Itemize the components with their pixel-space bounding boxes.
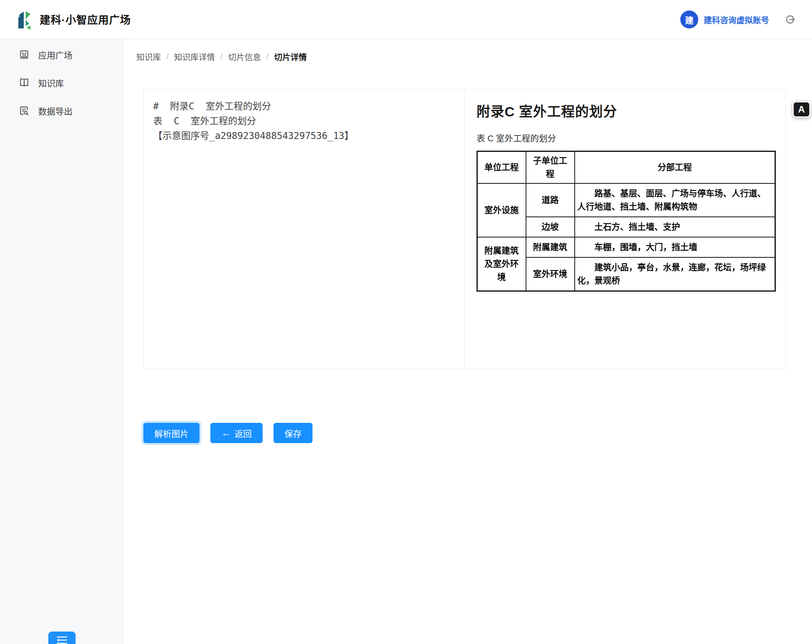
slice-markdown-editor[interactable]: # 附录C 室外工程的划分 表 C 室外工程的划分 【示意图序号_a298923…	[144, 90, 465, 369]
breadcrumb-kb-detail[interactable]: 知识库详情	[174, 51, 215, 62]
breadcrumb-knowledge-base[interactable]: 知识库	[136, 51, 161, 62]
editor-line: # 附录C 室外工程的划分	[153, 99, 455, 114]
cell-sub-unit: 道路	[526, 183, 575, 217]
header-cell-unit: 单位工程	[477, 151, 526, 184]
breadcrumb: 知识库 / 知识库详情 / 切片信息 / 切片详情	[124, 39, 812, 62]
editor-line: 表 C 室外工程的划分	[153, 114, 455, 128]
header-cell-sub-unit: 子单位工程	[526, 151, 575, 184]
parse-image-button[interactable]: 解析图片	[143, 423, 199, 443]
table-header-row: 单位工程 子单位工程 分部工程	[477, 151, 775, 184]
breadcrumb-separator: /	[267, 52, 269, 61]
breadcrumb-separator: /	[166, 52, 169, 61]
cell-parts: 车棚，围墙，大门，挡土墙	[575, 237, 775, 257]
scanned-table-image: 单位工程 子单位工程 分部工程 室外设施 道路 路基、基层、面层、广场与停车场、…	[477, 151, 776, 292]
account-menu[interactable]: 建 建科咨询虚拟账号	[680, 11, 769, 28]
header-cell-division: 分部工程	[575, 151, 775, 184]
cell-sub-unit: 边坡	[526, 217, 575, 237]
action-bar: 解析图片 ← 返回 保存	[143, 423, 312, 443]
table-row: 室外设施 道路 路基、基层、面层、广场与停车场、人行道、人行地道、挡土墙、附属构…	[477, 183, 775, 217]
sidebar-item-label: 数据导出	[38, 104, 72, 117]
app-header: 建科·小智应用广场 建 建科咨询虚拟账号	[0, 0, 812, 39]
slice-detail-panel: # 附录C 室外工程的划分 表 C 室外工程的划分 【示意图序号_a298923…	[143, 89, 786, 369]
cell-sub-unit: 室外环境	[526, 257, 575, 291]
cell-parts-text: 土石方、挡土墙、支护	[577, 220, 771, 234]
file-search-icon	[19, 105, 30, 116]
arrow-left-icon: ←	[221, 428, 231, 438]
editor-line: 【示意图序号_a2989230488543297536_13】	[153, 128, 455, 143]
cell-unit: 室外设施	[477, 183, 526, 237]
book-icon	[19, 77, 30, 88]
sidebar: 应用广场 知识库 数据导出	[0, 39, 124, 644]
header-right: 建 建科咨询虚拟账号	[680, 11, 796, 28]
cell-parts-text: 车棚，围墙，大门，挡土墙	[577, 241, 771, 254]
sidebar-item-data-export[interactable]: 数据导出	[0, 98, 124, 123]
slice-preview: 附录C 室外工程的划分 表 C 室外工程的划分 单位工程 子单位工程 分部工程 …	[465, 90, 786, 369]
cell-parts: 建筑小品，亭台，水景，连廊，花坛，场坪绿化，景观桥	[575, 257, 775, 291]
logout-icon[interactable]	[785, 14, 796, 25]
app-title: 建科·小智应用广场	[40, 12, 131, 27]
sidebar-item-label: 知识库	[38, 76, 64, 89]
sidebar-item-knowledge-base[interactable]: 知识库	[0, 70, 124, 95]
back-button[interactable]: ← 返回	[210, 423, 263, 443]
cell-parts-text: 路基、基层、面层、广场与停车场、人行道、人行地道、挡土墙、附属构筑物	[577, 187, 771, 213]
main-content: 知识库 / 知识库详情 / 切片信息 / 切片详情 # 附录C 室外工程的划分 …	[124, 39, 812, 644]
breadcrumb-slice-detail: 切片详情	[274, 51, 307, 62]
brand: 建科·小智应用广场	[17, 8, 131, 31]
preview-title: 附录C 室外工程的划分	[477, 100, 774, 120]
preview-table-caption: 表 C 室外工程的划分	[477, 131, 774, 144]
cell-parts: 土石方、挡土墙、支护	[575, 217, 775, 237]
breadcrumb-slice-info[interactable]: 切片信息	[228, 51, 261, 62]
cell-parts: 路基、基层、面层、广场与停车场、人行道、人行地道、挡土墙、附属构筑物	[575, 183, 775, 217]
save-button[interactable]: 保存	[274, 423, 312, 443]
app-logo-icon	[17, 8, 34, 31]
robot-icon	[19, 49, 30, 60]
avatar[interactable]: 建	[680, 11, 698, 28]
cell-sub-unit: 附属建筑	[526, 237, 575, 257]
parse-image-label: 解析图片	[154, 427, 189, 439]
annotate-fab-button[interactable]: A	[793, 101, 810, 118]
sidebar-item-label: 应用广场	[38, 48, 72, 61]
account-name: 建科咨询虚拟账号	[704, 14, 769, 25]
outdoor-works-table: 单位工程 子单位工程 分部工程 室外设施 道路 路基、基层、面层、广场与停车场、…	[477, 151, 776, 292]
cell-parts-text: 建筑小品，亭台，水景，连廊，花坛，场坪绿化，景观桥	[577, 261, 771, 287]
save-label: 保存	[284, 427, 302, 439]
cell-unit: 附属建筑及室外环境	[477, 237, 526, 291]
table-row: 附属建筑及室外环境 附属建筑 车棚，围墙，大门，挡土墙	[477, 237, 775, 257]
sidebar-collapse-button[interactable]	[48, 632, 76, 644]
sidebar-item-app-plaza[interactable]: 应用广场	[0, 42, 124, 67]
breadcrumb-separator: /	[221, 52, 223, 61]
back-label: 返回	[235, 427, 252, 439]
